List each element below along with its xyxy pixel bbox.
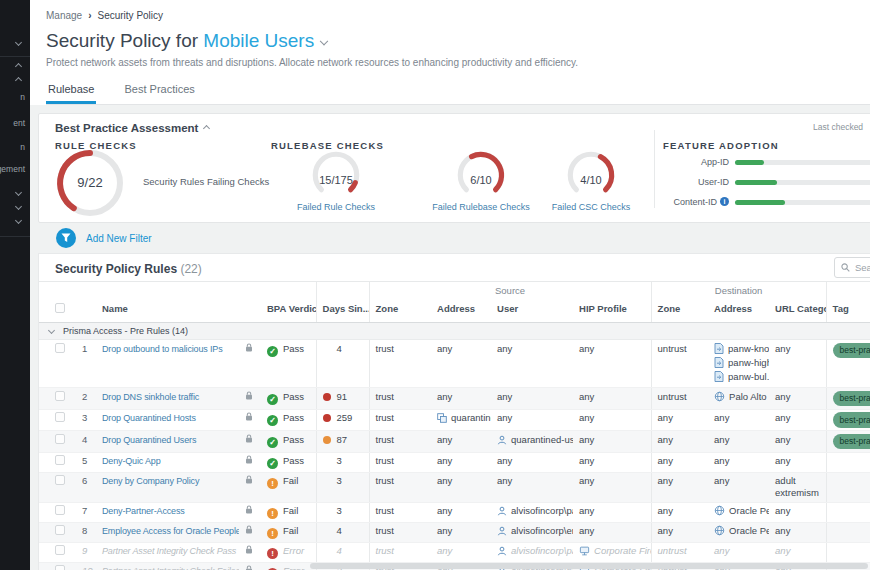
row-checkbox[interactable]	[55, 475, 65, 485]
column-header-user[interactable]: User	[491, 299, 573, 323]
tab-bar: Rulebase Best Practices	[46, 79, 870, 105]
column-header-name[interactable]: Name	[96, 299, 239, 323]
rule-name-link[interactable]: Partner Asset Integrity Check Pass	[102, 546, 236, 556]
content-area: Best Practice Assessment Last checked RU…	[30, 105, 870, 570]
sidebar-item-label[interactable]: n	[20, 142, 25, 152]
column-group-destination: Destination	[651, 282, 826, 300]
column-header-zone[interactable]: Zone	[369, 299, 431, 323]
add-new-filter-label[interactable]: Add New Filter	[86, 233, 152, 244]
row-checkbox[interactable]	[55, 455, 65, 465]
column-header-1	[76, 299, 96, 323]
table-row: 1Drop outbound to malicious IPs✓Pass4tru…	[39, 340, 870, 388]
row-checkbox[interactable]	[55, 412, 65, 422]
user-icon	[497, 435, 507, 448]
gauge-caption-link[interactable]: Failed CSC Checks	[536, 202, 646, 212]
feature-progress-bar	[735, 200, 870, 205]
left-nav-sidebar[interactable]: nentngement	[0, 0, 30, 570]
row-checkbox[interactable]	[55, 391, 65, 401]
rule-name-link[interactable]: Drop Quarantined Hosts	[102, 413, 196, 423]
breadcrumb-manage[interactable]: Manage	[46, 10, 82, 21]
rule-group-label: Prisma Access - Pre Rules (14)	[63, 326, 188, 336]
rules-table: SourceDestinationNameBPA VerdictDays Sin…	[39, 281, 870, 570]
chevron-down-icon[interactable]	[15, 39, 22, 46]
rules-header: Security Policy Rules (22)	[39, 254, 870, 281]
search-box[interactable]	[834, 257, 870, 278]
row-checkbox[interactable]	[55, 505, 65, 515]
column-header-bpa-verdict[interactable]: BPA Verdict	[261, 299, 316, 323]
rules-count: (22)	[180, 262, 201, 276]
rule-name-link[interactable]: Partner Asset Integrity Check Failed	[102, 566, 239, 570]
collapse-group-icon[interactable]	[48, 327, 55, 334]
lock-icon	[245, 505, 253, 514]
column-group-spacer	[826, 282, 870, 300]
rule-name-link[interactable]: Drop Quarantined Users	[102, 435, 196, 445]
scope-selector[interactable]: Mobile Users	[203, 30, 314, 51]
days-alert-dot	[323, 436, 331, 444]
info-icon[interactable]: i	[720, 197, 729, 206]
row-checkbox[interactable]	[55, 545, 65, 555]
sidebar-item-label[interactable]: n	[20, 92, 25, 102]
search-input[interactable]	[855, 262, 870, 273]
horizontal-scrollbar[interactable]	[310, 563, 868, 569]
bpa-verdict-pass-icon: ✓	[267, 394, 278, 405]
sidebar-item-label[interactable]: gement	[0, 164, 25, 174]
feature-progress-fill	[735, 180, 777, 185]
row-checkbox[interactable]	[55, 434, 65, 444]
column-header-hip-profile[interactable]: HIP Profile	[573, 299, 651, 323]
add-filter-button[interactable]	[56, 228, 76, 248]
chevron-up-icon[interactable]	[15, 77, 22, 84]
group-icon	[437, 413, 447, 426]
breadcrumb: Manage›Security Policy	[46, 10, 870, 21]
feature-label: Content-IDi	[663, 197, 735, 207]
select-all-checkbox[interactable]	[55, 303, 65, 313]
rule-group-row[interactable]: Prisma Access - Pre Rules (14)	[39, 323, 870, 340]
bpa-verdict-pass-icon: ✓	[267, 415, 278, 426]
rule-name-link[interactable]: Employee Access for Oracle PeopleSoft	[102, 526, 239, 536]
rule-name-link[interactable]: Deny by Company Policy	[102, 476, 199, 486]
assessment-title[interactable]: Best Practice Assessment	[55, 122, 209, 134]
column-group-spacer	[316, 282, 369, 300]
rule-name-link[interactable]: Deny-Quic App	[102, 456, 161, 466]
best-practice-assessment-card: Best Practice Assessment Last checked RU…	[38, 113, 870, 223]
chevron-down-icon[interactable]	[15, 203, 22, 210]
feature-progress-fill	[735, 200, 785, 205]
lock-icon	[245, 391, 253, 400]
search-icon	[841, 263, 850, 272]
gauge-value: 15/175	[287, 174, 385, 186]
chevron-down-icon[interactable]	[320, 37, 328, 45]
collapse-icon[interactable]	[203, 125, 210, 132]
sidebar-divider	[0, 56, 30, 57]
chevron-down-icon[interactable]	[15, 217, 22, 224]
row-checkbox[interactable]	[55, 525, 65, 535]
column-header-address[interactable]: Address	[431, 299, 491, 323]
bpa-verdict-fail-icon: !	[267, 508, 278, 519]
row-checkbox[interactable]	[55, 565, 65, 570]
days-alert-dot	[323, 393, 331, 401]
rule-name-link[interactable]: Drop DNS sinkhole traffic	[102, 392, 199, 402]
edl-icon	[714, 357, 724, 371]
lock-icon	[245, 455, 253, 464]
edl-icon	[714, 343, 724, 357]
page-subtitle: Protect network assets from threats and …	[46, 57, 870, 68]
gauge-caption-link[interactable]: Failed Rule Checks	[281, 202, 391, 212]
column-header-address[interactable]: Address	[708, 299, 769, 323]
column-header-url-category[interactable]: URL Category	[769, 299, 826, 323]
column-header-days-sin-[interactable]: Days Sin...	[316, 299, 369, 323]
tab-rulebase[interactable]: Rulebase	[46, 79, 96, 104]
chevron-up-icon[interactable]	[15, 63, 22, 70]
rule-name-link[interactable]: Drop outbound to malicious IPs	[102, 344, 223, 354]
rule-name-link[interactable]: Deny-Partner-Access	[102, 506, 185, 516]
tab-best-practices[interactable]: Best Practices	[122, 79, 196, 104]
column-header-zone[interactable]: Zone	[651, 299, 708, 323]
globe-icon	[714, 391, 725, 405]
row-checkbox[interactable]	[55, 343, 65, 353]
column-header-tag[interactable]: Tag	[826, 299, 870, 323]
app-window: nentngement Manage›Security Policy Secur…	[0, 0, 870, 570]
rulebase-gauge: 6/10	[452, 150, 510, 198]
gauge-caption-link[interactable]: Failed Rulebase Checks	[426, 202, 536, 212]
rule-checks-value: 9/22	[55, 175, 125, 190]
page-title: Security Policy for Mobile Users	[46, 30, 870, 52]
sidebar-item-label[interactable]: ent	[13, 118, 25, 128]
chevron-down-icon[interactable]	[15, 189, 22, 196]
lock-icon	[245, 475, 253, 484]
